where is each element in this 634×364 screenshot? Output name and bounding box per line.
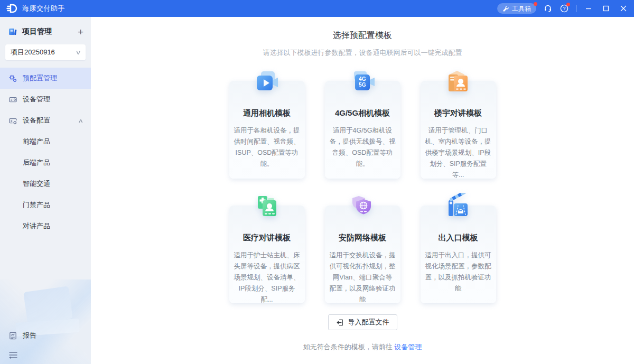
chevron-up-icon: ∧ [78, 118, 83, 124]
import-button-label: 导入配置文件 [348, 318, 389, 327]
project-select[interactable]: 项目20250916 ∨ [5, 44, 86, 60]
svg-text:4G: 4G [359, 76, 366, 82]
4g5g-camera-icon: 4G 5G [348, 68, 377, 98]
sidebar-item-device-mgmt[interactable]: 设备管理 [0, 89, 91, 110]
page-title: 选择预配置模板 [91, 30, 634, 41]
project-select-value: 项目20250916 [11, 48, 55, 57]
toolbox-label: 工具箱 [512, 4, 531, 13]
card-description: 适用于管理机、门口机、室内机等设备，提供楼宇场景规划、IP段划分、SIP服务配置… [425, 125, 491, 181]
sidebar-subitem-label: 门禁产品 [23, 200, 50, 210]
sidebar-item-label: 设备管理 [23, 95, 50, 104]
project-section-header: 项目管理 + [0, 23, 91, 40]
collapse-sidebar-icon[interactable] [8, 351, 18, 359]
building-intercom-icon [443, 68, 473, 98]
page-subtitle: 请选择以下模板进行参数配置，设备通电联网后可以一键完成配置 [91, 48, 634, 58]
gears-icon [8, 74, 17, 83]
main-content: 选择预配置模板 请选择以下模板进行参数配置，设备通电联网后可以一键完成配置 通用… [91, 17, 634, 364]
sidebar-subitem-intercom[interactable]: 对讲产品 [0, 216, 91, 237]
security-network-icon [348, 193, 377, 222]
card-description: 适用于护士站主机、床头屏等设备，提供病区场景规划、设备清单、IP段划分、SIP服… [234, 250, 300, 305]
card-description: 适用于交换机设备，提供可视化拓扑规划，整网Vlan、端口聚合等配置，以及网络验证… [330, 250, 396, 305]
footer-note: 如无符合条件的模板，请前往 设备管理 [91, 342, 634, 352]
sidebar-item-preconfig[interactable]: 预配置管理 [0, 68, 91, 89]
sidebar-subitem-label: 智能交通 [23, 179, 50, 189]
help-badge [566, 3, 570, 6]
medical-intercom-icon [252, 193, 282, 222]
project-icon [7, 26, 18, 37]
wrench-icon [502, 5, 509, 12]
sidebar-subitem-frontend[interactable]: 前端产品 [0, 131, 91, 152]
template-card-generic-camera[interactable]: 通用相机模板 适用于各相机设备，提供时间配置、视音频、ISUP、OSD配置等功能… [229, 81, 305, 179]
support-headset-icon[interactable] [543, 4, 553, 13]
sidebar-subitem-label: 对讲产品 [23, 221, 50, 231]
sidebar-subitem-label: 后端产品 [23, 158, 50, 167]
maximize-button[interactable] [601, 3, 611, 14]
sidebar-item-report[interactable]: 报告 [0, 325, 91, 346]
card-description: 适用于出入口，提供可视化场景配置，参数配置，以及抓拍机验证功能 [425, 250, 491, 294]
app-logo-icon [6, 3, 18, 14]
chevron-down-icon: ∨ [75, 49, 81, 56]
footer-text: 如无符合条件的模板，请前往 [303, 343, 393, 351]
sidebar-item-label: 预配置管理 [23, 73, 57, 83]
toolbox-button[interactable]: 工具箱 [497, 3, 536, 14]
generic-camera-icon [252, 68, 282, 98]
sidebar-subitem-access[interactable]: 门禁产品 [0, 194, 91, 216]
import-config-button[interactable]: 导入配置文件 [328, 314, 397, 330]
template-card-4g5g-camera[interactable]: 4G 5G 4G/5G相机模板 适用于4G/5G相机设备，提供无线拨号、视音频、… [325, 81, 400, 179]
titlebar-divider [576, 5, 576, 12]
close-button[interactable] [618, 3, 629, 14]
titlebar: 海康交付助手 工具箱 ? [0, 0, 634, 17]
report-icon [8, 331, 17, 340]
import-icon [336, 319, 344, 326]
device-icon [8, 95, 17, 104]
add-project-button[interactable]: + [78, 27, 83, 37]
svg-text:5G: 5G [359, 82, 366, 88]
app-title: 海康交付助手 [22, 4, 65, 13]
sidebar-item-label: 设备配置 [23, 116, 50, 125]
sidebar: 项目管理 + 项目20250916 ∨ 预配置管理 [0, 17, 91, 364]
template-card-entrance-exit[interactable]: 出入口模板 适用于出入口，提供可视化场景配置，参数配置，以及抓拍机验证功能 [421, 206, 496, 303]
sidebar-subitem-backend[interactable]: 后端产品 [0, 152, 91, 173]
project-section-title: 项目管理 [22, 27, 52, 36]
sidebar-subitem-label: 前端产品 [23, 137, 50, 146]
template-card-building-intercom[interactable]: 楼宇对讲模板 适用于管理机、门口机、室内机等设备，提供楼宇场景规划、IP段划分、… [421, 81, 496, 179]
template-card-security-network[interactable]: 安防网络模板 适用于交换机设备，提供可视化拓扑规划，整网Vlan、端口聚合等配置… [325, 206, 400, 303]
help-icon[interactable]: ? [560, 4, 569, 13]
sidebar-item-label: 报告 [23, 331, 36, 340]
entrance-exit-icon [443, 193, 473, 222]
sidebar-nav: 预配置管理 设备管理 设备配置 ∧ [0, 68, 91, 237]
template-card-medical-intercom[interactable]: 医疗对讲模板 适用于护士站主机、床头屏等设备，提供病区场景规划、设备清单、IP段… [229, 206, 305, 303]
card-description: 适用于4G/5G相机设备，提供无线拨号、视音频、OSD配置等功能。 [330, 125, 396, 170]
toolbox-badge [534, 2, 537, 6]
sidebar-item-device-config[interactable]: 设备配置 ∧ [0, 110, 91, 131]
device-config-icon [8, 116, 17, 125]
sidebar-subitem-traffic[interactable]: 智能交通 [0, 173, 91, 194]
template-card-grid: 通用相机模板 适用于各相机设备，提供时间配置、视音频、ISUP、OSD配置等功能… [229, 81, 496, 303]
card-description: 适用于各相机设备，提供时间配置、视音频、ISUP、OSD配置等功能。 [234, 125, 300, 170]
minimize-button[interactable] [583, 3, 594, 14]
svg-text:?: ? [563, 6, 565, 11]
device-management-link[interactable]: 设备管理 [394, 343, 422, 351]
